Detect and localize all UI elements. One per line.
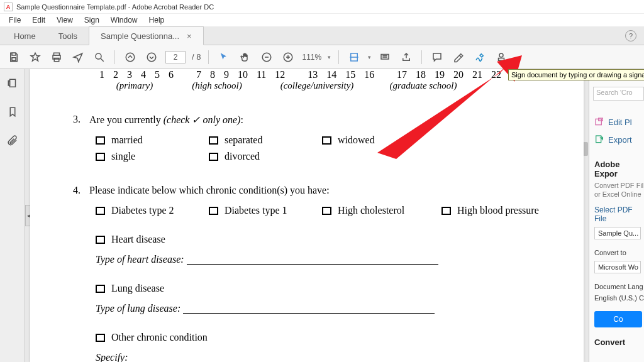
- page-down-icon[interactable]: [144, 50, 159, 65]
- svg-point-21: [499, 53, 503, 57]
- years-numbers-row: 1 2 3 4 5 6 7 8 9 10 11 12 13 14 15 16: [99, 69, 540, 80]
- zoom-in-icon[interactable]: [280, 50, 296, 65]
- menu-window[interactable]: Window: [106, 14, 143, 26]
- menu-view[interactable]: View: [52, 14, 78, 26]
- pdf-page: 1 2 3 4 5 6 7 8 9 10 11 12 13 14 15 16: [30, 69, 584, 362]
- checkbox[interactable]: [322, 207, 331, 215]
- svg-rect-27: [596, 136, 601, 143]
- fill-line[interactable]: [187, 255, 438, 265]
- send-icon[interactable]: [70, 50, 86, 65]
- export-pdf-tool[interactable]: Export: [594, 131, 644, 148]
- menu-sign[interactable]: Sign: [79, 14, 104, 26]
- nav-strip: [0, 69, 25, 362]
- checkbox[interactable]: [96, 236, 105, 244]
- checkbox[interactable]: [209, 153, 218, 161]
- menu-edit[interactable]: Edit: [27, 14, 50, 26]
- svg-point-8: [126, 53, 135, 62]
- page-up-icon[interactable]: [123, 50, 138, 65]
- question-3: 3. Are you currently (check ✓ only one):: [62, 114, 540, 126]
- window-title: Sample Questionnaire Template.pdf - Adob…: [16, 3, 214, 11]
- select-file-link[interactable]: Select PDF File: [594, 206, 644, 223]
- tab-close-icon[interactable]: ×: [187, 31, 192, 41]
- question-4: 4. Please indicate below which chronic c…: [62, 185, 540, 196]
- zoom-level-label[interactable]: 111%: [302, 53, 321, 62]
- tab-home[interactable]: Home: [3, 27, 47, 45]
- fill-line[interactable]: [128, 353, 418, 362]
- convert-to-field[interactable]: Microsoft Wo: [594, 261, 641, 273]
- svg-line-7: [101, 58, 104, 62]
- checkbox[interactable]: [96, 334, 105, 342]
- page-number-input[interactable]: 2: [165, 51, 186, 63]
- checkbox[interactable]: [209, 136, 218, 145]
- adobe-export-title: Adobe Expor: [594, 160, 644, 178]
- checkbox[interactable]: [96, 153, 105, 161]
- years-labels-row: (primary) (high school) (college/univers…: [99, 80, 540, 91]
- svg-rect-24: [8, 81, 9, 86]
- tab-document-label: Sample Questionna...: [101, 31, 179, 41]
- fit-dropdown-icon[interactable]: ▾: [368, 54, 371, 60]
- workspace: ◂ 1 2 3 4 5 6 7 8 9 10 11 12 13 14: [0, 69, 644, 362]
- share-icon[interactable]: [399, 50, 414, 65]
- checkbox[interactable]: [209, 207, 218, 215]
- fill-line[interactable]: [183, 304, 435, 314]
- svg-point-6: [96, 53, 101, 59]
- search-tools-input[interactable]: Search 'Cro: [593, 87, 644, 101]
- checkbox[interactable]: [96, 136, 105, 145]
- attachment-icon[interactable]: [7, 134, 18, 148]
- title-bar: A Sample Questionnaire Template.pdf - Ad…: [0, 0, 644, 14]
- svg-point-9: [147, 53, 156, 62]
- page-area[interactable]: ◂ 1 2 3 4 5 6 7 8 9 10 11 12 13 14: [25, 69, 589, 362]
- menu-file[interactable]: File: [4, 14, 26, 26]
- doc-lang-value[interactable]: English (U.S.) C: [594, 293, 644, 302]
- edit-pdf-tool[interactable]: Edit Pl: [594, 113, 644, 131]
- star-icon[interactable]: [28, 50, 43, 65]
- help-button[interactable]: ?: [625, 30, 636, 41]
- fill-sign-icon[interactable]: [472, 50, 487, 65]
- convert-to-label: Convert to: [594, 248, 644, 257]
- zoom-dropdown-icon[interactable]: ▾: [328, 54, 331, 60]
- zoom-out-icon[interactable]: [259, 50, 274, 65]
- select-tool-icon[interactable]: [216, 50, 231, 65]
- stamp-icon[interactable]: [494, 50, 509, 65]
- read-mode-icon[interactable]: [377, 50, 392, 65]
- q4-options: Diabetes type 2 Diabetes type 1 High cho…: [96, 205, 540, 362]
- svg-rect-23: [9, 79, 15, 87]
- app-icon: A: [4, 3, 13, 11]
- svg-rect-22: [499, 58, 504, 60]
- menu-help[interactable]: Help: [144, 14, 170, 26]
- tools-pane: Search 'Cro Edit Pl Export Adobe Expor C…: [589, 69, 644, 362]
- convert-footer: Convert: [594, 337, 644, 347]
- selected-file-field[interactable]: Sample Qu...: [594, 227, 641, 239]
- checkbox[interactable]: [322, 136, 331, 145]
- doc-lang-label: Document Lang: [594, 282, 644, 291]
- page-total-label: / 8: [192, 52, 201, 62]
- svg-marker-2: [31, 53, 40, 61]
- menu-bar: File Edit View Sign Window Help: [0, 14, 644, 26]
- comment-icon[interactable]: [430, 50, 445, 65]
- svg-rect-0: [12, 53, 16, 55]
- tab-tools[interactable]: Tools: [47, 27, 89, 45]
- toolbar: 2 / 8 111% ▾ ▾: [0, 45, 644, 69]
- sign-tooltip: Sign document by typing or drawing a sig…: [508, 69, 644, 80]
- thumbnails-icon[interactable]: [7, 78, 18, 91]
- bookmark-icon[interactable]: [7, 106, 18, 119]
- tab-document[interactable]: Sample Questionna... ×: [89, 26, 204, 45]
- checkbox[interactable]: [96, 207, 105, 215]
- checkbox[interactable]: [96, 285, 105, 293]
- svg-rect-1: [12, 57, 16, 60]
- fit-width-icon[interactable]: [347, 50, 362, 65]
- hand-tool-icon[interactable]: [238, 50, 253, 65]
- search-icon[interactable]: [92, 50, 107, 65]
- scrollbar-thumb[interactable]: [583, 142, 588, 156]
- checkbox[interactable]: [441, 207, 451, 215]
- q3-options: married separated widowed single divorce…: [96, 134, 540, 162]
- tab-bar: Home Tools Sample Questionna... × ?: [0, 26, 644, 45]
- highlight-icon[interactable]: [451, 50, 466, 65]
- convert-button[interactable]: Co: [594, 311, 642, 327]
- adobe-export-sub: Convert PDF Fil or Excel Online: [594, 181, 644, 199]
- save-icon[interactable]: [6, 50, 21, 65]
- print-icon[interactable]: [49, 50, 64, 65]
